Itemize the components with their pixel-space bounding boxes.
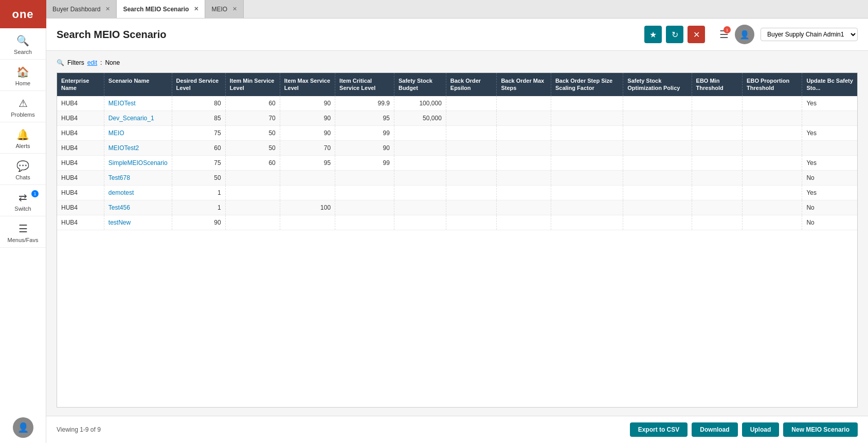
refresh-button[interactable]: ↻ (666, 26, 683, 43)
sidebar-item-label: Menus/Favs (8, 237, 39, 243)
table-cell (692, 200, 743, 215)
table-cell[interactable]: Test456 (104, 200, 172, 215)
table-cell: 60 (172, 140, 225, 155)
table-cell (497, 185, 551, 200)
table-cell: 90 (280, 125, 335, 140)
table-cell: No (802, 215, 857, 230)
sidebar-item-switch[interactable]: ⇄ 1 Switch (0, 185, 46, 216)
scenario-link[interactable]: MEIOTest2 (109, 144, 139, 152)
table-cell (623, 96, 692, 111)
sidebar-bottom: 👤 (0, 417, 46, 443)
scenario-link[interactable]: Test456 (109, 204, 130, 211)
new-meio-button[interactable]: New MEIO Scenario (783, 422, 858, 437)
table-cell[interactable]: testNew (104, 215, 172, 230)
table-cell[interactable]: demotest (104, 185, 172, 200)
table-cell[interactable]: MEIOTest2 (104, 140, 172, 155)
table-cell (446, 200, 497, 215)
table-cell (497, 125, 551, 140)
sidebar-item-chats[interactable]: 💬 Chats (0, 154, 46, 185)
table-cell: Yes (802, 185, 857, 200)
tab-buyer-dashboard[interactable]: Buyer Dashboard ✕ (46, 0, 117, 18)
table-cell (692, 125, 743, 140)
table-cell (394, 185, 446, 200)
table-cell (497, 155, 551, 170)
scenario-link[interactable]: Dev_Scenario_1 (109, 115, 154, 122)
sidebar-item-search[interactable]: 🔍 Search (0, 28, 46, 60)
col-ss-opt-policy: Safety Stock Optimization Policy (623, 73, 692, 96)
notification-icon[interactable]: ☰ 1 (719, 28, 729, 41)
scenarios-table: Enterprise Name Scenario Name Desired Se… (57, 73, 857, 230)
tab-close-icon[interactable]: ✕ (105, 6, 110, 12)
problems-icon: ⚠ (19, 97, 28, 109)
scenario-link[interactable]: MEIOTest (109, 100, 136, 107)
export-csv-button[interactable]: Export to CSV (630, 422, 688, 437)
table-row: HUB4Dev_Scenario_18570909550,000 (57, 110, 857, 125)
table-cell[interactable]: Dev_Scenario_1 (104, 110, 172, 125)
table-cell: No (802, 170, 857, 185)
scenario-link[interactable]: MEIO (109, 130, 124, 137)
table-cell: No (802, 200, 857, 215)
table-cell (551, 110, 623, 125)
close-button[interactable]: ✕ (688, 26, 705, 43)
table-cell: HUB4 (57, 96, 104, 111)
upload-button[interactable]: Upload (742, 422, 780, 437)
table-cell: 100 (280, 200, 335, 215)
table-cell: 99 (335, 155, 394, 170)
col-bo-max-steps: Back Order Max Steps (497, 73, 551, 96)
table-cell: 95 (280, 155, 335, 170)
table-cell: 70 (225, 110, 280, 125)
sidebar-item-menus[interactable]: ☰ Menus/Favs (0, 216, 46, 248)
table-cell: 85 (172, 110, 225, 125)
table-cell (225, 185, 280, 200)
col-bo-step-size: Back Order Step Size Scaling Factor (551, 73, 623, 96)
favorite-button[interactable]: ★ (644, 26, 662, 43)
scenario-link[interactable]: demotest (109, 189, 134, 196)
sidebar-item-alerts[interactable]: 🔔 Alerts (0, 122, 46, 154)
table-cell: 90 (280, 96, 335, 111)
table-row: HUB4demotest1Yes (57, 185, 857, 200)
table-cell (335, 215, 394, 230)
tab-search-meio[interactable]: Search MEIO Scenario ✕ (117, 0, 205, 18)
table-cell (446, 170, 497, 185)
scenario-link[interactable]: Test678 (109, 174, 130, 181)
filters-bar: 🔍 Filters edit : None (57, 59, 858, 66)
table-cell (623, 170, 692, 185)
table-cell (551, 185, 623, 200)
table-cell: 50 (225, 140, 280, 155)
filters-edit-link[interactable]: edit (87, 59, 97, 66)
table-cell (497, 140, 551, 155)
table-cell (446, 125, 497, 140)
table-cell: 80 (172, 96, 225, 111)
table-cell[interactable]: Test678 (104, 170, 172, 185)
table-cell (446, 155, 497, 170)
table-cell: HUB4 (57, 125, 104, 140)
col-ebo-min: EBO Min Threshold (692, 73, 743, 96)
table-cell (280, 185, 335, 200)
scenario-link[interactable]: testNew (109, 219, 131, 226)
table-cell (394, 200, 446, 215)
user-avatar: 👤 (735, 25, 754, 44)
viewing-count: Viewing 1-9 of 9 (57, 426, 101, 433)
table-cell[interactable]: MEIOTest (104, 96, 172, 111)
tab-meio[interactable]: MEIO ✕ (205, 0, 244, 18)
tab-close-icon[interactable]: ✕ (194, 6, 198, 12)
filter-icon: 🔍 (57, 59, 64, 66)
table-row: HUB4Test4561100No (57, 200, 857, 215)
table-cell (497, 170, 551, 185)
table-cell[interactable]: SimpleMEIOScenario (104, 155, 172, 170)
sidebar-item-problems[interactable]: ⚠ Problems (0, 91, 46, 122)
sidebar-avatar[interactable]: 👤 (13, 417, 33, 438)
user-dropdown[interactable]: Buyer Supply Chain Admin1 (761, 28, 858, 41)
tab-close-icon[interactable]: ✕ (232, 6, 237, 12)
table-cell (394, 125, 446, 140)
table-cell: HUB4 (57, 155, 104, 170)
table-cell (497, 215, 551, 230)
sidebar-item-home[interactable]: 🏠 Home (0, 60, 46, 91)
download-button[interactable]: Download (692, 422, 737, 437)
table-cell: 95 (335, 110, 394, 125)
scenario-link[interactable]: SimpleMEIOScenario (109, 159, 168, 167)
tab-label: Buyer Dashboard (52, 6, 100, 13)
sidebar-item-label: Chats (15, 174, 30, 180)
table-cell[interactable]: MEIO (104, 125, 172, 140)
table-cell (280, 215, 335, 230)
